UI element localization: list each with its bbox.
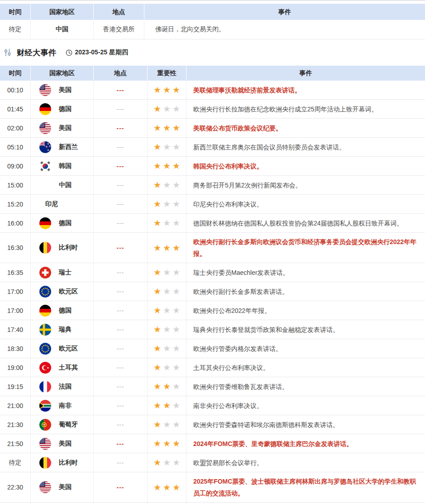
event-row[interactable]: 22:30 美国 --- ★★★ 2025年FOMC票委、波士顿联储主席柯林斯出…	[0, 472, 425, 503]
star-icon: ★	[153, 439, 161, 448]
event-time: 22:30	[0, 472, 31, 502]
star-icon: ★	[153, 382, 161, 391]
event-time: 17:00	[0, 282, 31, 301]
star-icon: ★	[172, 287, 180, 296]
header-country: 国家地区	[31, 4, 94, 20]
holiday-country: 中国	[31, 20, 94, 39]
event-row[interactable]: 21:30 葡萄牙 --- ★★★ 欧洲央行管委森特诺和埃尔南德斯德科斯发表讲话…	[0, 415, 425, 434]
event-text: 欧洲央行公布2022年年报。	[186, 301, 425, 320]
event-location: ---	[94, 119, 148, 137]
star-icon: ★	[163, 363, 171, 372]
event-row[interactable]: 15:20 印尼 --- ★★★ 印尼央行公布利率决议。	[0, 195, 425, 214]
star-icon: ★	[153, 219, 161, 227]
star-icon: ★	[163, 181, 171, 189]
star-icon: ★	[163, 325, 171, 334]
event-location: ---	[94, 138, 148, 156]
event-text: 欧洲央行行长拉加德在纪念欧洲央行成立25周年活动上致开幕词。	[186, 100, 425, 118]
event-row[interactable]: 16:00 德国 --- ★★★ 德国财长林德纳在德国私人股权投资协会第24届德…	[0, 214, 425, 233]
event-row[interactable]: 00:10 美国 --- ★★★ 美联储理事沃勒就经济前景发表讲话。	[0, 81, 425, 100]
star-icon: ★	[172, 143, 180, 151]
star-icon: ★	[153, 124, 161, 132]
importance-stars: ★★★	[148, 157, 186, 175]
star-icon: ★	[163, 439, 171, 448]
event-time: 02:00	[0, 119, 31, 137]
event-row[interactable]: 16:35 瑞士 --- ★★★ 瑞士央行委员Maechler发表讲话。	[0, 263, 425, 282]
event-time: 17:40	[0, 320, 31, 339]
event-row[interactable]: 15:00 中国 --- ★★★ 商务部召开5月第2次例行新闻发布会。	[0, 176, 425, 195]
event-time: 16:35	[0, 263, 31, 282]
event-row[interactable]: 17:40 瑞典 --- ★★★ 瑞典央行行长泰登就货币政策和金融稳定发表讲话。	[0, 320, 425, 339]
star-icon: ★	[172, 219, 180, 227]
event-row[interactable]: 17:00 德国 --- ★★★ 欧洲央行公布2022年年报。	[0, 301, 425, 320]
flag-za-icon	[39, 400, 51, 412]
event-row[interactable]: 05:10 新西兰 --- ★★★ 新西兰联储主席奥尔在国会议员特别委员会发表讲…	[0, 138, 425, 157]
header-event: 事件	[144, 4, 425, 20]
star-icon: ★	[172, 268, 180, 277]
header-location: 地点	[94, 4, 144, 20]
star-icon: ★	[172, 105, 180, 113]
event-row[interactable]: 17:00 欧元区 --- ★★★ 欧洲央行副行长金多斯发表讲话。	[0, 282, 425, 301]
event-text: 新西兰联储主席奥尔在国会议员特别委员会发表讲话。	[186, 138, 425, 156]
event-country: 中国	[31, 176, 94, 194]
event-location: ---	[94, 263, 148, 282]
country-name: 美国	[59, 124, 72, 132]
event-row[interactable]: 01:45 德国 --- ★★★ 欧洲央行行长拉加德在纪念欧洲央行成立25周年活…	[0, 100, 425, 119]
event-row[interactable]: 16:30 比利时 --- ★★★ 欧洲央行副行长金多斯向欧洲议会货币和经济事务…	[0, 233, 425, 263]
event-text: 德国财长林德纳在德国私人股权投资协会第24届德国私人股权日致开幕词。	[186, 214, 425, 232]
event-text: 欧洲央行管委内格尔发表讲话。	[186, 339, 425, 358]
event-row[interactable]: 21:00 南非 --- ★★★ 南非央行公布利率决议。	[0, 396, 425, 415]
country-name: 欧元区	[59, 345, 78, 353]
flag-be-icon	[39, 457, 51, 469]
star-icon: ★	[172, 181, 180, 189]
flag-eu-icon	[39, 286, 51, 298]
event-location: ---	[94, 320, 148, 339]
event-row[interactable]: 待定 比利时 --- ★★★ 欧盟贸易部长会议举行。	[0, 453, 425, 472]
flag-tr-icon	[39, 362, 51, 374]
importance-stars: ★★★	[148, 138, 186, 156]
event-time: 15:00	[0, 176, 31, 194]
event-time: 09:00	[0, 157, 31, 175]
event-country: 美国	[31, 434, 94, 453]
event-row[interactable]: 19:15 法国 --- ★★★ 欧洲央行管委维勒鲁瓦发表讲话。	[0, 377, 425, 396]
star-icon: ★	[163, 162, 171, 170]
event-row[interactable]: 21:50 美国 --- ★★★ 2024年FOMC票委、里奇蒙德联储主席巴尔金…	[0, 434, 425, 453]
event-country: 南非	[31, 396, 94, 415]
event-time: 19:15	[0, 377, 31, 396]
events-table-header: 时间 国家地区 地点 重要性 事件	[0, 66, 425, 81]
country-name: 法国	[59, 383, 72, 391]
holiday-row[interactable]: 待定 中国 香港交易所 佛诞日，北向交易关闭。	[0, 20, 425, 39]
finance-calendar-page: 时间 国家地区 地点 事件 待定 中国 香港交易所 佛诞日，北向交易关闭。 财经…	[0, 0, 425, 504]
star-icon: ★	[172, 200, 180, 208]
importance-stars: ★★★	[148, 320, 186, 339]
event-country: 德国	[31, 214, 94, 232]
country-name: 中国	[59, 181, 72, 189]
event-time: 00:10	[0, 81, 31, 99]
event-time: 01:45	[0, 100, 31, 118]
event-country: 韩国	[31, 157, 94, 175]
star-icon: ★	[172, 420, 180, 429]
event-row[interactable]: 09:00 韩国 --- ★★★ 韩国央行公布利率决议。	[0, 157, 425, 176]
star-icon: ★	[172, 483, 180, 492]
event-text: 土耳其央行公布利率决议。	[186, 358, 425, 377]
event-row[interactable]: 18:30 欧元区 --- ★★★ 欧洲央行管委内格尔发表讲话。	[0, 339, 425, 358]
star-icon: ★	[172, 244, 180, 252]
importance-stars: ★★★	[148, 434, 186, 453]
flag-us-icon	[39, 481, 51, 493]
events-rows: 00:10 美国 --- ★★★ 美联储理事沃勒就经济前景发表讲话。 01:45…	[0, 81, 425, 504]
header-time: 时间	[0, 4, 31, 20]
event-time: 18:30	[0, 339, 31, 358]
event-row[interactable]: 02:00 美国 --- ★★★ 美联储公布货币政策会议纪要。	[0, 119, 425, 138]
country-name: 德国	[59, 105, 72, 113]
flag-se-icon	[39, 324, 51, 336]
event-row[interactable]: 19:00 土耳其 --- ★★★ 土耳其央行公布利率决议。	[0, 358, 425, 377]
star-icon: ★	[172, 439, 180, 448]
event-time: 17:00	[0, 301, 31, 320]
top-divider	[0, 0, 425, 1]
star-icon: ★	[172, 363, 180, 372]
country-name: 欧元区	[59, 288, 78, 296]
event-country: 法国	[31, 377, 94, 396]
star-icon: ★	[163, 458, 171, 467]
star-icon: ★	[163, 401, 171, 410]
importance-stars: ★★★	[148, 358, 186, 377]
event-text: 欧洲央行副行长金多斯向欧洲议会货币和经济事务委员会提交欧洲央行2022年年报。	[186, 233, 425, 263]
